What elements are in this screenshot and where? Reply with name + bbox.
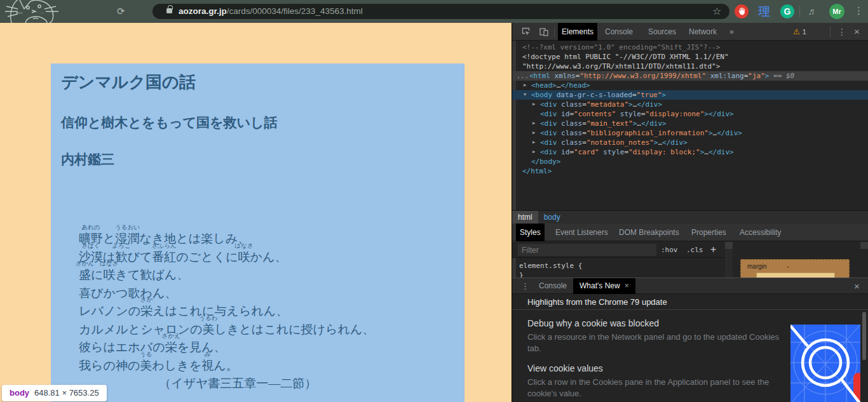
tree-node[interactable]: <!--?xml version="1.0" encoding="Shift_J… [512,43,868,52]
web-page: デンマルク国の話 信仰と樹木とをもって国を救いし話 内村鑑三 曠野あれのと湿潤う… [0,23,512,402]
tree-node[interactable]: <!doctype html PUBLIC "-//W3C//DTD XHTML… [512,52,868,62]
expand-arrow-icon[interactable]: ▶ [532,147,535,157]
expand-arrow-icon[interactable]: ▶ [532,100,535,109]
poem-line: 彼らはエホバの栄さかえを見ん、 [79,338,374,357]
tree-node[interactable]: ▶<div class="main_text">…</div> [512,119,868,128]
whats-new-item-title[interactable]: View cookie values [527,363,779,373]
devtools-menu-icon[interactable]: ⋮ [837,23,846,41]
drawer-close-icon[interactable]: × [854,278,860,294]
tree-node[interactable]: </html> [512,166,868,176]
ruby-annotation: うるわ [199,316,217,321]
more-tabs-icon[interactable]: » [726,23,738,41]
device-toolbar-icon[interactable] [539,27,549,37]
breadcrumb-body[interactable]: body [544,213,560,222]
tab-accessibility[interactable]: Accessibility [736,224,785,241]
warning-icon: ⚠ [793,27,800,36]
warning-count: 1 [803,28,806,36]
tree-node[interactable]: </body> [512,157,868,166]
ruby-annotation: うるおい [115,225,140,231]
screen: ← → ⟳ aozora.gr.jp/cards/000034/files/23… [0,0,868,402]
expand-arrow-icon[interactable]: ▶ [532,119,535,128]
new-style-rule-icon[interactable]: + [710,242,716,258]
tree-node[interactable]: <div id="contents" style="display:none">… [512,109,868,119]
poem-line: カルメルとシャロンの美うるわしきとはこれに授けられん、 [79,321,374,339]
ruby-annotation: み [205,352,211,358]
ruby-annotation: はなさ [234,243,253,249]
poem-line: 盛さかんに咲はなさきて歓ばん、 [79,266,374,285]
devtools-close-icon[interactable]: × [854,23,860,41]
forward-icon[interactable]: → [36,5,46,18]
tree-node[interactable]: ▶<head>…</head> [512,81,868,90]
tree-node[interactable]: ▼<body data-gr-c-s-loaded="true"> [512,90,868,100]
profile-avatar[interactable]: Mr [829,4,844,19]
scroll-corner [860,242,868,249]
browser-toolbar: ← → ⟳ aozora.gr.jp/cards/000034/files/23… [0,0,868,23]
cls-toggle[interactable]: .cls [686,242,703,258]
styles-pane-tabs: Styles Event Listeners DOM Breakpoints P… [512,224,868,241]
drawer-tab-whats-new[interactable]: What's New× [573,278,635,294]
collapse-arrow-icon[interactable]: ▼ [524,90,526,100]
kanji-extension-icon[interactable]: 理 [757,4,771,18]
ruby-annotation: はなさ [100,261,118,267]
warning-badge[interactable]: ⚠1 [793,23,806,41]
expand-arrow-icon[interactable]: ▶ [524,81,526,90]
adblock-extension-icon[interactable] [735,4,749,18]
lock-icon[interactable] [166,8,172,13]
tab-console[interactable]: Console [601,23,637,41]
ruby-annotation: さかん [76,261,94,267]
drawer-tab-console[interactable]: Console [532,278,573,294]
browser-menu-icon[interactable]: ⋮ [854,5,864,17]
inspect-tooltip: body648.81 × 7653.25 [2,385,107,401]
poem-citation: （イザヤ書三五章一—二節） [79,375,374,393]
url-text[interactable]: aozora.gr.jp/cards/000034/files/233_4356… [179,6,363,16]
tab-properties[interactable]: Properties [688,224,730,241]
tree-node[interactable]: ▶<div class="metadata">…</div> [512,100,868,109]
page-author: 内村鑑三 [61,151,114,168]
tree-node[interactable]: ▶<div class="bibliographical_information… [512,128,868,138]
tree-node[interactable]: ...<html xmlns="http://www.w3.org/1999/x… [512,71,868,81]
box-model-margin-label: margin [747,263,767,270]
styles-filter-input[interactable] [518,244,656,256]
back-icon[interactable]: ← [14,5,25,18]
poem-line: 喜びかつ歌わん、 [79,285,374,303]
expand-arrow-icon[interactable]: ▶ [532,128,535,138]
drawer-tab-close-icon[interactable]: × [625,281,629,290]
tab-network[interactable]: Network [685,23,721,41]
expand-arrow-icon[interactable]: ▶ [532,138,535,147]
grammarly-extension-icon[interactable]: G [780,4,794,18]
toolbar-separator [554,26,555,37]
tab-sources[interactable]: Sources [644,23,680,41]
ruby-annotation: うる [140,352,152,358]
chrome-79-artwork [790,325,860,402]
drawer-tab-bar: ⋮ Console What's New× × [512,278,868,294]
whats-new-items: Debug why a cookie was blockedClick a re… [527,318,779,402]
devtools-toolbar: Elements Console Sources Network » ⚠1 ⋮ … [512,23,868,41]
inspect-tooltip-tag: body [10,388,29,398]
poem-line: レバノンの栄さかえはこれに与えられん、 [79,302,374,321]
breadcrumb-html[interactable]: html [512,211,538,224]
drawer-tab-whats-new-label: What's New [580,281,620,290]
poem-line: 我らの神の美うるわしきを視みん。 [79,357,374,375]
tab-elements[interactable]: Elements [558,23,597,41]
whats-new-item-title[interactable]: Debug why a cookie was blocked [527,318,779,328]
reload-icon[interactable]: ⟳ [117,5,125,18]
whats-new-body: Debug why a cookie was blockedClick a re… [512,311,868,402]
playlist-extension-icon[interactable]: ♬ [806,4,820,18]
page-subtitle: 信仰と樹木とをもって国を救いし話 [61,114,277,131]
tree-node[interactable]: ▶<div id="card" style="display: block;">… [512,147,868,157]
hov-toggle[interactable]: :hov [661,242,678,258]
url-domain: aozora.gr.jp [179,6,227,16]
inspect-element-icon[interactable] [521,27,531,37]
tab-dom-breakpoints[interactable]: DOM Breakpoints [615,224,683,241]
whats-new-item-desc: Click a row in the Cookies pane in the A… [527,377,779,399]
tab-styles[interactable]: Styles [516,224,545,241]
drawer-scrollbar[interactable] [862,312,866,360]
ruby-annotation: さかえ [162,333,180,339]
ruby-annotation: よろこ [112,243,130,249]
drawer-menu-icon[interactable]: ⋮ [521,278,529,294]
tree-node[interactable]: "http://www.w3.org/TR/xhtml11/DTD/xhtml1… [512,62,868,71]
tab-event-listeners[interactable]: Event Listeners [552,224,612,241]
bookmark-star-icon[interactable]: ☆ [712,5,721,17]
styles-filter-row: :hov .cls + [512,242,725,258]
tree-node[interactable]: ▶<div class="notation_notes">…</div> [512,138,868,147]
